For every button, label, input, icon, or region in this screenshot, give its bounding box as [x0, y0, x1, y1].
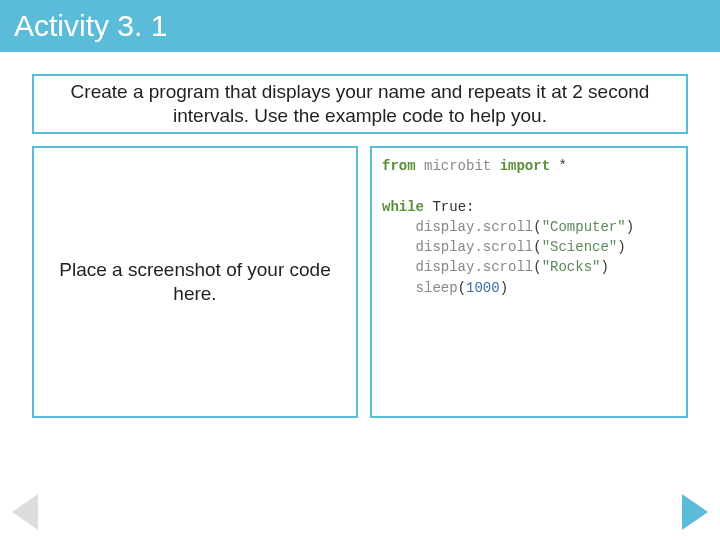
next-arrow-icon[interactable]: [682, 494, 708, 530]
num-3: 1000: [466, 280, 500, 296]
instruction-text: Create a program that displays your name…: [64, 80, 656, 128]
activity-title: Activity 3. 1: [14, 9, 167, 43]
arg-2: "Rocks": [542, 259, 601, 275]
placeholder-text: Place a screenshot of your code here.: [52, 258, 338, 306]
arg-0: "Computer": [542, 219, 626, 235]
call-3: sleep: [416, 280, 458, 296]
kw-while: while: [382, 199, 424, 215]
call-2: display.scroll: [416, 259, 534, 275]
mod-microbit: microbit: [424, 158, 491, 174]
star: *: [558, 158, 566, 174]
call-0: display.scroll: [416, 219, 534, 235]
arg-1: "Science": [542, 239, 618, 255]
instruction-box: Create a program that displays your name…: [32, 74, 688, 134]
screenshot-placeholder-box: Place a screenshot of your code here.: [32, 146, 358, 418]
kw-import: import: [500, 158, 550, 174]
colon: :: [466, 199, 474, 215]
example-code: from microbit import * while True: displ…: [382, 156, 676, 298]
call-1: display.scroll: [416, 239, 534, 255]
title-bar: Activity 3. 1: [0, 0, 720, 52]
example-code-box: from microbit import * while True: displ…: [370, 146, 688, 418]
cond-true: True: [432, 199, 466, 215]
prev-arrow-icon[interactable]: [12, 494, 38, 530]
kw-from: from: [382, 158, 416, 174]
